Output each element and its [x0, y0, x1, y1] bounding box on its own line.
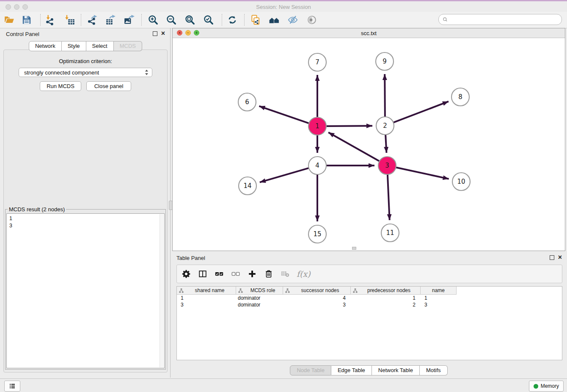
network-graph-canvas[interactable]: 7968124314101511: [173, 38, 565, 251]
tab-select[interactable]: Select: [86, 41, 114, 51]
save-session-button[interactable]: [19, 13, 34, 27]
table-settings-button[interactable]: [181, 269, 191, 279]
node-7[interactable]: 7: [308, 53, 326, 71]
status-bar: Memory: [0, 378, 567, 392]
table-cell[interactable]: 1: [421, 295, 457, 301]
edge-3-1[interactable]: [328, 133, 380, 162]
node-8[interactable]: 8: [451, 88, 469, 106]
node-14[interactable]: 14: [239, 177, 256, 195]
svg-text:8: 8: [458, 93, 462, 101]
close-panel-icon[interactable]: ×: [558, 254, 562, 260]
table-row[interactable]: 3dominator323: [177, 301, 562, 308]
add-column-button[interactable]: [247, 269, 257, 279]
table-body: 1dominator4113dominator323: [177, 295, 562, 308]
table-cell[interactable]: 4: [283, 295, 351, 301]
tab-style[interactable]: Style: [62, 41, 86, 51]
home-houses-icon: [269, 14, 280, 25]
home-layout-button[interactable]: [267, 13, 281, 27]
open-session-button[interactable]: [2, 13, 17, 27]
edge-1-6[interactable]: [259, 106, 310, 124]
edge-2-8[interactable]: [393, 102, 449, 123]
tab-mcds[interactable]: MCDS: [114, 41, 142, 51]
svg-text:2: 2: [383, 122, 387, 130]
tab-motifs[interactable]: Motifs: [420, 365, 448, 375]
node-2[interactable]: 2: [376, 117, 394, 135]
export-table-button[interactable]: [104, 13, 118, 27]
titlebar: Session: New Session: [0, 1, 567, 12]
network-frame-titlebar[interactable]: × − + scc.txt: [173, 28, 565, 38]
node-11[interactable]: 11: [381, 224, 399, 242]
node-4[interactable]: 4: [308, 157, 326, 174]
column-type-icon: [179, 288, 184, 293]
search-input[interactable]: [449, 15, 561, 24]
tab-edge-table[interactable]: Edge Table: [331, 365, 372, 375]
column-header-successor-nodes[interactable]: successor nodes: [283, 287, 351, 295]
zoom-in-button[interactable]: [146, 13, 160, 27]
edge-2-3[interactable]: [385, 134, 386, 153]
node-6[interactable]: 6: [238, 93, 256, 111]
import-table-button[interactable]: [63, 13, 77, 27]
column-header-shared-name[interactable]: shared name: [177, 287, 236, 295]
table-cell[interactable]: dominator: [236, 301, 283, 308]
select-all-button[interactable]: [214, 269, 224, 279]
tab-network-table[interactable]: Network Table: [372, 365, 420, 375]
column-header-predecessor-nodes[interactable]: predecessor nodes: [351, 287, 421, 295]
export-network-button[interactable]: [85, 13, 99, 27]
table-panel-title: Table Panel: [176, 255, 205, 261]
edge-2-9[interactable]: [385, 74, 385, 118]
mcds-result-textarea[interactable]: 1 3: [6, 213, 165, 368]
optimization-criterion-select[interactable]: strongly connected component: [19, 68, 152, 77]
table-cell[interactable]: dominator: [236, 295, 283, 301]
result-scrollbar[interactable]: [160, 214, 164, 367]
show-network-button[interactable]: [305, 13, 319, 27]
float-panel-icon[interactable]: [550, 255, 554, 260]
toolbar-separator: [81, 14, 81, 26]
deselect-all-button[interactable]: [231, 269, 241, 279]
copy-network-button[interactable]: [248, 13, 263, 27]
node-1[interactable]: 1: [308, 117, 326, 135]
application-window: Session: New Session: [0, 0, 567, 392]
zoom-selected-icon: [203, 14, 214, 25]
frame-resize-handle[interactable]: [352, 247, 356, 250]
table-cell[interactable]: 2: [351, 301, 421, 308]
table-cell[interactable]: 1: [351, 295, 421, 301]
column-header-name[interactable]: name: [421, 287, 457, 295]
edge-3-11[interactable]: [388, 174, 390, 220]
table-cell[interactable]: 3: [283, 301, 351, 308]
float-panel-icon[interactable]: [153, 31, 157, 36]
import-network-button[interactable]: [43, 13, 57, 27]
run-mcds-button[interactable]: Run MCDS: [40, 81, 81, 91]
column-header-mcds-role[interactable]: MCDS role: [236, 287, 283, 295]
zoom-fit-button[interactable]: [183, 13, 197, 27]
network-view-frame: × − + scc.txt 7968124314101511: [172, 28, 565, 251]
tab-network[interactable]: Network: [29, 41, 62, 51]
toolbar-separator: [141, 14, 142, 26]
gear-icon: [182, 269, 191, 279]
edge-1-2[interactable]: [325, 126, 372, 126]
memory-button[interactable]: Memory: [529, 381, 564, 392]
zoom-selected-button[interactable]: [201, 13, 216, 27]
node-3[interactable]: 3: [378, 157, 396, 174]
delete-column-button[interactable]: [264, 269, 274, 279]
toolbar-separator: [40, 14, 41, 26]
zoom-out-button[interactable]: [164, 13, 179, 27]
node-9[interactable]: 9: [376, 52, 394, 70]
node-15[interactable]: 15: [308, 225, 326, 243]
node-10[interactable]: 10: [452, 173, 470, 190]
close-panel-button[interactable]: Close panel: [86, 81, 131, 91]
table-cell[interactable]: 1: [177, 295, 236, 301]
table-row[interactable]: 1dominator411: [177, 295, 562, 301]
copy-network-icon: [250, 14, 261, 25]
edge-3-10[interactable]: [395, 167, 449, 179]
task-history-button[interactable]: [4, 381, 20, 392]
unchecked-boxes-icon: [231, 269, 240, 279]
edge-4-14[interactable]: [260, 168, 310, 182]
export-image-button[interactable]: [122, 13, 136, 27]
hide-network-button[interactable]: [286, 13, 300, 27]
refresh-button[interactable]: [225, 13, 239, 27]
split-view-button[interactable]: [198, 269, 208, 279]
tab-node-table[interactable]: Node Table: [290, 365, 331, 375]
table-cell[interactable]: 3: [177, 301, 236, 308]
close-panel-icon[interactable]: ×: [161, 30, 165, 36]
table-cell[interactable]: 3: [421, 301, 457, 308]
